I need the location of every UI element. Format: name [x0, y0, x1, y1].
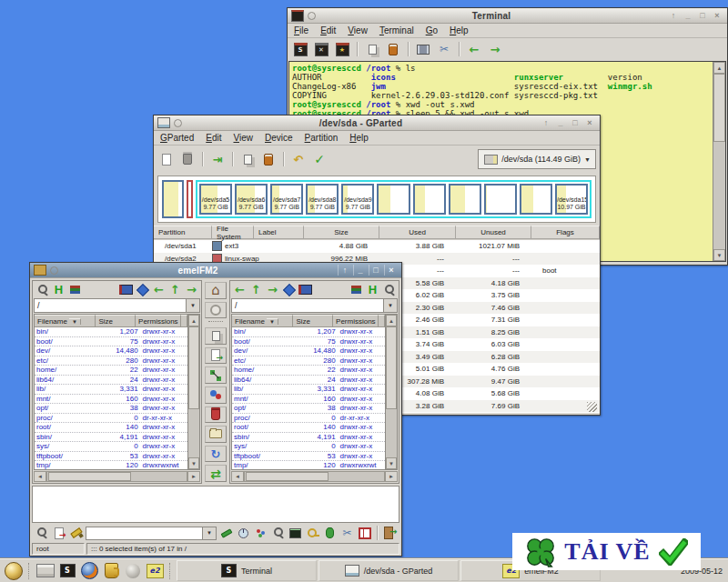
scroll-down-icon[interactable]: ▼: [188, 457, 199, 469]
file-row[interactable]: lib/3,331drwxr-xr-xr: [232, 385, 385, 395]
refresh-diamond-button[interactable]: [281, 282, 297, 297]
file-row[interactable]: sbin/4,191drwxr-xr-xr: [35, 433, 187, 443]
scroll-thumb[interactable]: [713, 74, 725, 142]
file-row[interactable]: tmp/120drwxrwxrwtr: [232, 461, 385, 469]
new-tab-button[interactable]: ★: [333, 40, 351, 58]
column-header-filename[interactable]: Filename▼: [232, 315, 293, 326]
column-header-partition[interactable]: Partition: [154, 226, 212, 239]
scroll-thumb[interactable]: [188, 326, 199, 409]
file-row[interactable]: lib64/24drwxr-xr-xr: [35, 376, 187, 386]
left-path-input[interactable]: /: [34, 298, 187, 313]
record-button[interactable]: [205, 302, 227, 319]
new-partition-button[interactable]: [157, 150, 176, 168]
menu-gparted[interactable]: GParted: [160, 133, 194, 143]
column-header-rest[interactable]: [181, 315, 187, 326]
file-row[interactable]: mnt/160drwxr-xr-xr: [232, 395, 385, 405]
emelfm2-launcher-button[interactable]: e2: [145, 561, 165, 581]
games-launcher-button[interactable]: [101, 561, 121, 581]
scroll-thumb[interactable]: [386, 326, 397, 409]
right-vertical-scrollbar[interactable]: ▲▼: [386, 314, 398, 470]
chart-button[interactable]: [253, 526, 268, 541]
shade-button[interactable]: ↑: [540, 117, 552, 128]
symlink-button[interactable]: [205, 366, 227, 384]
scroll-thumb[interactable]: [48, 472, 131, 481]
menu-partition[interactable]: Partition: [305, 133, 339, 143]
file-row[interactable]: bin/1,207drwxr-xr-xr: [232, 327, 385, 337]
maximize-button[interactable]: □: [369, 265, 382, 276]
home-button[interactable]: ⌂: [205, 282, 227, 299]
column-header-size[interactable]: Size: [96, 315, 136, 326]
console-button[interactable]: [288, 526, 303, 541]
panes-button[interactable]: [357, 526, 372, 541]
command-history-dropdown[interactable]: ▼: [203, 527, 217, 540]
partition-block[interactable]: /dev/sda99.77 GiB: [341, 184, 374, 215]
delete-partition-button[interactable]: [178, 150, 197, 168]
command-input-field[interactable]: [86, 527, 203, 540]
file-row[interactable]: proc/0dr-xr-xr-xr: [35, 414, 187, 424]
file-row[interactable]: opt/38drwxr-xr-xr: [35, 404, 187, 414]
file-row[interactable]: home/22drwxr-xr-xr: [232, 366, 385, 376]
file-row[interactable]: etc/280drwxr-xr-xr: [232, 356, 385, 366]
paint-launcher-button[interactable]: [123, 561, 143, 581]
swap-panes-button[interactable]: ⇄: [205, 465, 227, 482]
file-row[interactable]: home/22drwxr-xr-xr: [35, 366, 187, 376]
scroll-left-icon[interactable]: ◄: [34, 471, 46, 482]
column-header-file-system[interactable]: File System: [212, 226, 254, 239]
scroll-track[interactable]: [713, 74, 725, 249]
partition-block[interactable]: /dev/sda89.77 GiB: [306, 184, 339, 215]
file-row[interactable]: sbin/4,191drwxr-xr-xr: [232, 433, 385, 443]
file-row[interactable]: sys/0drwxr-xr-xr: [232, 442, 385, 452]
apply-button[interactable]: ✓: [310, 150, 329, 168]
back-button[interactable]: ←: [465, 40, 483, 58]
filters-button[interactable]: [349, 282, 364, 297]
privileges-button[interactable]: [305, 526, 320, 541]
column-header-unused[interactable]: Unused: [456, 226, 531, 239]
file-row[interactable]: bin/1,207drwxr-xr-xr: [35, 327, 187, 337]
command-input[interactable]: ▼: [86, 527, 217, 540]
menu-device[interactable]: Device: [265, 133, 293, 143]
scroll-down-icon[interactable]: ▼: [713, 249, 725, 261]
settings-button[interactable]: ✂: [435, 40, 453, 58]
scroll-up-icon[interactable]: ▲: [188, 315, 199, 326]
copy-file-button[interactable]: [205, 327, 227, 345]
bookmarks-button[interactable]: [298, 282, 313, 297]
path-dropdown-button[interactable]: ▼: [187, 298, 200, 313]
printer-launcher-button[interactable]: [35, 561, 56, 581]
partition-block[interactable]: /dev/sda79.77 GiB: [270, 184, 303, 215]
find-button[interactable]: [381, 282, 397, 297]
menu-edit[interactable]: Edit: [320, 25, 336, 35]
quit-button[interactable]: [382, 526, 398, 541]
find-button[interactable]: [34, 526, 49, 541]
path-dropdown-button[interactable]: ▼: [384, 298, 398, 313]
new-terminal-button[interactable]: S: [291, 40, 309, 58]
move-file-button[interactable]: [205, 347, 227, 365]
find-button[interactable]: [35, 282, 50, 297]
partition-block[interactable]: /dev/sda69.77 GiB: [235, 184, 268, 215]
file-row[interactable]: opt/38drwxr-xr-xr: [232, 404, 385, 414]
mount-button[interactable]: [218, 526, 234, 541]
zoom-button[interactable]: [270, 526, 286, 541]
file-row[interactable]: dev/14,480drwxr-xr-xr: [35, 346, 187, 356]
close-button[interactable]: ×: [711, 10, 723, 21]
menu-view[interactable]: View: [348, 25, 368, 35]
menu-edit[interactable]: Edit: [206, 133, 221, 143]
device-selector[interactable]: /dev/sda (114.49 GiB) ▼: [478, 149, 596, 169]
file-row[interactable]: root/140drwxr-xr-xr: [35, 423, 187, 433]
menu-button[interactable]: [4, 561, 24, 581]
file-row[interactable]: tftpboot/53drwxr-xr-xr: [232, 452, 385, 462]
emelfm2-titlebar[interactable]: emelFM2 ↑_□×: [30, 263, 401, 278]
history-button[interactable]: [236, 526, 251, 541]
resize-grip[interactable]: [587, 402, 597, 412]
right-path-input[interactable]: /: [231, 298, 384, 313]
partition-block[interactable]: /dev/sda59.77 GiB: [199, 184, 232, 215]
file-row[interactable]: dev/14,480drwxr-xr-xr: [232, 346, 385, 356]
column-header-flags[interactable]: Flags: [531, 226, 600, 239]
paste-button[interactable]: [259, 150, 278, 168]
right-file-list[interactable]: bin/1,207drwxr-xr-xrboot/75drwxr-xr-xrde…: [232, 327, 385, 469]
close-button[interactable]: ×: [384, 265, 398, 276]
menu-help[interactable]: Help: [349, 133, 369, 143]
file-row[interactable]: tmp/120drwxrwxrwtr: [35, 461, 187, 469]
scroll-right-icon[interactable]: ►: [385, 471, 398, 482]
column-header-used[interactable]: Used: [379, 226, 456, 239]
scroll-left-icon[interactable]: ◄: [231, 471, 244, 482]
